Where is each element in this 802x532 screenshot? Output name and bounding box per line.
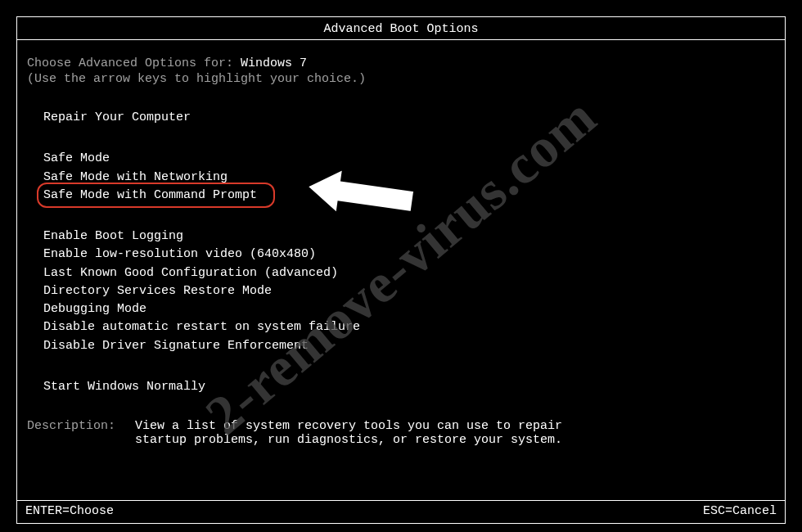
- option-start-normally[interactable]: Start Windows Normally: [27, 378, 209, 396]
- os-name: Windows 7: [241, 56, 307, 70]
- option-safe-mode[interactable]: Safe Mode: [27, 150, 113, 168]
- option-enable-boot-logging[interactable]: Enable Boot Logging: [27, 228, 187, 246]
- option-repair-computer[interactable]: Repair Your Computer: [27, 109, 194, 127]
- description-label: Description:: [27, 419, 115, 447]
- option-ds-restore-mode[interactable]: Directory Services Restore Mode: [27, 282, 275, 300]
- footer-enter-hint: ENTER=Choose: [25, 504, 114, 518]
- prompt-prefix: Choose Advanced Options for:: [27, 56, 241, 70]
- option-group-advanced: Enable Boot Logging Enable low-resolutio…: [27, 228, 775, 355]
- option-last-known-good[interactable]: Last Known Good Configuration (advanced): [27, 264, 341, 282]
- option-group-normal: Start Windows Normally: [27, 378, 775, 396]
- option-debugging-mode[interactable]: Debugging Mode: [27, 300, 150, 318]
- highlighted-option-wrap: Safe Mode with Command Prompt: [27, 187, 260, 205]
- option-safe-mode-networking[interactable]: Safe Mode with Networking: [27, 169, 231, 187]
- prompt-line: Choose Advanced Options for: Windows 7: [27, 56, 775, 70]
- description-row: Description: View a list of system recov…: [27, 419, 775, 447]
- option-low-res-video[interactable]: Enable low-resolution video (640x480): [27, 246, 319, 264]
- hint-line: (Use the arrow keys to highlight your ch…: [27, 72, 775, 86]
- page-title: Advanced Boot Options: [17, 17, 785, 40]
- option-group-safe-mode: Safe Mode Safe Mode with Networking Safe…: [27, 150, 775, 205]
- footer-bar: ENTER=Choose ESC=Cancel: [17, 500, 785, 523]
- option-group-repair: Repair Your Computer: [27, 109, 775, 127]
- content-area: Choose Advanced Options for: Windows 7 (…: [17, 40, 785, 447]
- footer-esc-hint: ESC=Cancel: [703, 504, 777, 518]
- option-safe-mode-command-prompt[interactable]: Safe Mode with Command Prompt: [27, 187, 260, 205]
- option-disable-auto-restart[interactable]: Disable automatic restart on system fail…: [27, 318, 363, 336]
- boot-options-screen: Advanced Boot Options Choose Advanced Op…: [16, 16, 786, 524]
- description-text: View a list of system recovery tools you…: [135, 419, 593, 447]
- option-disable-driver-sig[interactable]: Disable Driver Signature Enforcement: [27, 337, 312, 355]
